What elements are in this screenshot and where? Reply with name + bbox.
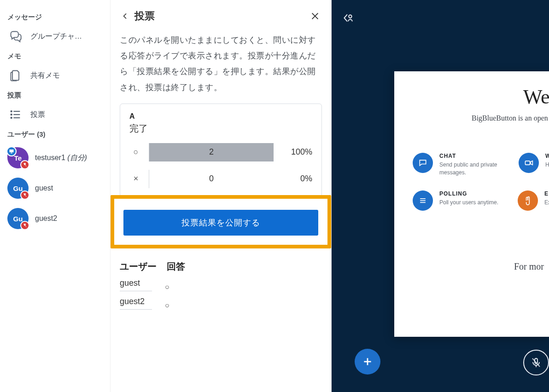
presentation-stage: Welcome BigBlueButton is an open CHATSen… bbox=[332, 0, 549, 392]
group-chat-item[interactable]: グループチャ… bbox=[6, 25, 105, 47]
svg-rect-18 bbox=[526, 161, 530, 165]
panel-title: 投票 bbox=[134, 9, 305, 23]
poll-options: ○2100%×00% bbox=[129, 143, 312, 188]
feature-title: POLLING bbox=[439, 190, 498, 197]
poll-option-label: ○ bbox=[129, 147, 142, 157]
responses-header-user: ユーザー bbox=[120, 260, 157, 273]
feature-text: WH bbox=[545, 153, 549, 169]
publish-highlight: 投票結果を公開する bbox=[111, 195, 331, 248]
avatar: Te bbox=[7, 147, 29, 168]
shared-notes-label: 共有メモ bbox=[30, 71, 60, 81]
response-answer: ○ bbox=[165, 283, 169, 291]
poll-bar-fill: 0 bbox=[149, 170, 274, 188]
user-row[interactable]: Guguest2 bbox=[6, 203, 105, 234]
poll-bar-fill: 2 bbox=[149, 143, 274, 161]
poll-nav-item[interactable]: 投票 bbox=[6, 104, 105, 126]
slide-more-text: For mor bbox=[514, 261, 549, 272]
feature-desc: H bbox=[545, 161, 549, 169]
responses-header-answer: 回答 bbox=[167, 260, 185, 273]
group-chat-label: グループチャ… bbox=[30, 32, 82, 41]
responses-header: ユーザー 回答 bbox=[120, 260, 322, 273]
user-name: testuser1 (自分) bbox=[35, 153, 87, 163]
expand-users-button[interactable] bbox=[340, 10, 356, 26]
feature-row: POLLINGPoll your users anytime.EEx bbox=[413, 190, 549, 211]
actions-fab[interactable] bbox=[355, 349, 380, 375]
feature-desc: Ex bbox=[544, 199, 549, 207]
panel-header: 投票 bbox=[111, 0, 331, 28]
feature-desc: Send public and private messages. bbox=[439, 161, 499, 177]
user-name: guest2 bbox=[35, 214, 57, 223]
response-row: guest2○ bbox=[120, 296, 322, 310]
shared-notes-item[interactable]: 共有メモ bbox=[6, 64, 105, 86]
messages-heading: メッセージ bbox=[7, 13, 105, 22]
muted-mic-icon bbox=[20, 160, 29, 169]
microphone-toggle[interactable] bbox=[523, 350, 549, 375]
close-button[interactable] bbox=[308, 9, 322, 23]
feature-item: WH bbox=[519, 153, 549, 177]
feature-desc: Poll your users anytime. bbox=[439, 199, 498, 207]
poll-bar: 2 bbox=[149, 143, 274, 161]
notes-heading: メモ bbox=[7, 52, 105, 61]
poll-option-percent: 0% bbox=[280, 174, 312, 184]
poll-results-box: A 完了 ○2100%×00% bbox=[120, 104, 322, 197]
chat-icon bbox=[413, 153, 433, 173]
poll-option-row: ×00% bbox=[129, 170, 312, 188]
response-user: guest bbox=[120, 277, 152, 291]
hand-icon bbox=[518, 190, 538, 211]
doc-icon bbox=[9, 69, 22, 82]
response-row: guest○ bbox=[120, 277, 322, 291]
publish-results-button[interactable]: 投票結果を公開する bbox=[123, 210, 318, 236]
response-answer: ○ bbox=[165, 301, 169, 310]
feature-item: EEx bbox=[518, 190, 549, 211]
svg-rect-6 bbox=[10, 150, 14, 152]
feature-text: POLLINGPoll your users anytime. bbox=[439, 190, 498, 207]
users-heading: ユーザー (3) bbox=[7, 130, 105, 139]
chat-bubbles-icon bbox=[9, 30, 22, 43]
stage-toolbar bbox=[332, 0, 549, 36]
feature-title: W bbox=[545, 153, 549, 159]
presenter-badge-icon bbox=[6, 146, 17, 156]
video-icon bbox=[519, 153, 539, 173]
presentation-slide[interactable]: Welcome BigBlueButton is an open CHATSen… bbox=[394, 71, 549, 337]
panel-description: このパネルを開いたままにしておくと、問いに対する応答がライブで表示されます。投票… bbox=[120, 32, 322, 95]
feature-item: POLLINGPoll your users anytime. bbox=[413, 190, 498, 211]
poll-question-text: 完了 bbox=[129, 122, 312, 135]
feature-title: CHAT bbox=[439, 153, 499, 159]
feature-text: CHATSend public and private messages. bbox=[439, 153, 499, 177]
svg-point-17 bbox=[349, 15, 352, 18]
poll-list-icon bbox=[9, 108, 22, 121]
poll-nav-label: 投票 bbox=[30, 110, 45, 120]
user-row[interactable]: Tetestuser1 (自分) bbox=[6, 143, 105, 173]
muted-mic-icon bbox=[20, 221, 29, 230]
responses-list: guest○guest2○ bbox=[120, 277, 322, 310]
svg-point-4 bbox=[11, 117, 12, 118]
poll-option-label: × bbox=[129, 174, 142, 184]
poll-option-percent: 100% bbox=[280, 147, 312, 157]
feature-item: CHATSend public and private messages. bbox=[413, 153, 499, 177]
poll-icon bbox=[413, 190, 433, 211]
poll-heading: 投票 bbox=[7, 91, 105, 100]
feature-row: CHATSend public and private messages.WH bbox=[413, 153, 549, 177]
slide-subtitle: BigBlueButton is an open bbox=[472, 114, 549, 122]
muted-mic-icon bbox=[20, 190, 29, 200]
user-name: guest bbox=[35, 184, 53, 192]
poll-panel: 投票 このパネルを開いたままにしておくと、問いに対する応答がライブで表示されます… bbox=[111, 0, 332, 392]
user-row[interactable]: Guguest bbox=[6, 173, 105, 203]
poll-bar: 0 bbox=[149, 170, 274, 188]
feature-title: E bbox=[544, 190, 549, 197]
avatar: Gu bbox=[7, 208, 29, 229]
back-button[interactable] bbox=[119, 10, 132, 23]
poll-question-letter: A bbox=[129, 112, 312, 121]
left-sidebar: メッセージ グループチャ… メモ 共有メモ 投票 投票 ユーザー (3) Tet… bbox=[0, 0, 111, 392]
svg-point-2 bbox=[11, 114, 12, 115]
avatar: Gu bbox=[7, 178, 29, 199]
panel-body: このパネルを開いたままにしておくと、問いに対する応答がライブで表示されます。投票… bbox=[111, 28, 331, 319]
svg-point-0 bbox=[11, 111, 12, 112]
svg-marker-19 bbox=[531, 161, 532, 165]
users-list: Tetestuser1 (自分)GuguestGuguest2 bbox=[6, 143, 105, 234]
response-user: guest2 bbox=[120, 296, 152, 310]
slide-title: Welcome bbox=[523, 85, 549, 109]
feature-text: EEx bbox=[544, 190, 549, 207]
poll-option-row: ○2100% bbox=[129, 143, 312, 161]
